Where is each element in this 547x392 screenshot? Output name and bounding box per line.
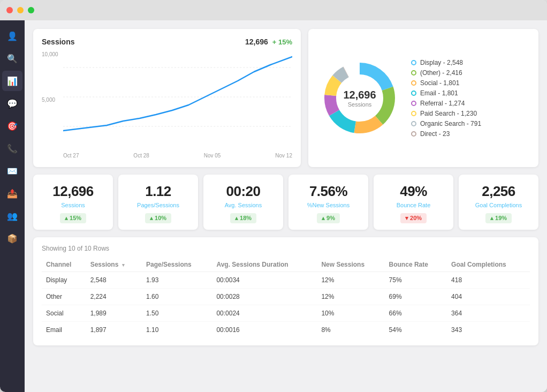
sidebar-item-chat[interactable]: 💬 (2, 93, 22, 114)
legend-label-paid-search: Paid Search - 1,230 (420, 110, 477, 117)
metric-avg-value: 00:20 (210, 183, 277, 200)
legend-paid-search: Paid Search - 1,230 (411, 110, 530, 117)
legend-dot-direct (411, 131, 416, 137)
sidebar-item-person[interactable]: 👥 (2, 206, 22, 226)
metric-bounce-rate: 49% Bounce Rate ▾ 20% (374, 175, 453, 230)
cell-bounce-rate: 69% (385, 289, 447, 305)
cell-new-sessions: 12% (317, 272, 384, 289)
sidebar-item-box[interactable]: 📦 (2, 228, 22, 248)
metric-sessions-value: 12,696 (40, 183, 107, 200)
metric-new-label: %New Sessions (295, 202, 362, 208)
cell-goal-completions: 404 (447, 289, 530, 305)
legend-dot-organic-search (411, 121, 416, 126)
titlebar (0, 0, 547, 20)
metric-goals: 2,256 Goal Completions ▴ 19% (459, 175, 538, 230)
legend-label-other: (Other) - 2,416 (420, 69, 462, 77)
metric-bounce-label: Bounce Rate (380, 202, 447, 208)
metric-sessions-badge: ▴ 15% (60, 213, 86, 223)
cell-bounce-rate: 75% (385, 272, 447, 289)
legend-label-organic-search: Organic Search - 791 (420, 120, 481, 127)
main-content: Sessions 12,696 + 15% 10,000 5,000 (25, 20, 547, 392)
app-window: 👤 🔍 📊 💬 🎯 📞 ✉️ 📤 👥 📦 Sessions 12,696 (0, 0, 547, 392)
x-label-2: Oct 28 (133, 153, 149, 159)
table-row: Display 2,548 1.93 00:0034 12% 75% 418 (42, 272, 530, 289)
metric-avg-sessions: 00:20 Avg. Sessions ▴ 18% (203, 175, 283, 230)
sessions-header: Sessions 12,696 + 15% (42, 37, 292, 46)
sidebar-item-user[interactable]: 👤 (2, 26, 22, 46)
metric-sessions-label: Sessions (40, 202, 107, 208)
table-row: Other 2,224 1.60 00:0028 12% 69% 404 (42, 289, 530, 305)
legend-direct: Direct - 23 (411, 130, 530, 138)
app-body: 👤 🔍 📊 💬 🎯 📞 ✉️ 📤 👥 📦 Sessions 12,696 (0, 20, 547, 392)
cell-channel: Social (42, 305, 86, 322)
cell-sessions: 2,548 (86, 272, 142, 289)
cell-bounce-rate: 66% (385, 305, 447, 322)
sidebar-item-target[interactable]: 🎯 (2, 116, 22, 136)
table-showing-text: Showing 10 of 10 Rows (42, 245, 530, 252)
legend-referral: Referral - 1,274 (411, 100, 530, 107)
metric-sessions: 12,696 Sessions ▴ 15% (33, 175, 113, 230)
col-avg-duration: Avg. Sessions Duration (212, 258, 317, 272)
metric-new-value: 7.56% (295, 183, 362, 200)
cell-channel: Email (42, 322, 86, 338)
legend-display: Display - 2,548 (411, 59, 530, 66)
legend-label-email: Email - 1,801 (420, 89, 458, 97)
legend-label-referral: Referral - 1,274 (420, 100, 465, 107)
y-label-mid: 5,000 (42, 97, 63, 103)
legend-dot-referral (411, 101, 416, 106)
col-bounce-rate: Bounce Rate (385, 258, 447, 272)
x-label-4: Nov 12 (275, 153, 292, 159)
cell-new-sessions: 12% (317, 289, 384, 305)
maximize-button[interactable] (28, 7, 34, 13)
metric-goals-label: Goal Completions (465, 202, 532, 208)
data-table: Channel Sessions ▾ Page/Sessions Avg. Se… (42, 258, 530, 338)
donut-chart: 12,696 Sessions (317, 55, 402, 141)
data-table-card: Showing 10 of 10 Rows Channel Sessions ▾… (33, 237, 538, 345)
x-label-1: Oct 27 (63, 153, 79, 159)
metric-new-sessions: 7.56% %New Sessions ▴ 9% (288, 175, 368, 230)
legend-dot-email (411, 91, 416, 96)
col-channel: Channel (42, 258, 86, 272)
sidebar-item-mail[interactable]: ✉️ (2, 161, 22, 181)
legend-label-display: Display - 2,548 (420, 59, 463, 66)
table-header-row: Channel Sessions ▾ Page/Sessions Avg. Se… (42, 258, 530, 272)
cell-goal-completions: 364 (447, 305, 530, 322)
cell-page-sessions: 1.10 (142, 322, 212, 338)
cell-channel: Display (42, 272, 86, 289)
legend-other: (Other) - 2,416 (411, 69, 530, 77)
sessions-value: 12,696 (245, 37, 268, 46)
col-new-sessions: New Sessions (317, 258, 384, 272)
legend-label-social: Social - 1,801 (420, 79, 459, 87)
legend-dot-display (411, 60, 416, 65)
sidebar-item-search[interactable]: 🔍 (2, 48, 22, 69)
col-goal-completions: Goal Completions (447, 258, 530, 272)
sidebar-item-phone[interactable]: 📞 (2, 138, 22, 159)
sidebar-item-send[interactable]: 📤 (2, 183, 22, 203)
sidebar-item-chart[interactable]: 📊 (2, 71, 22, 91)
legend-dot-other (411, 70, 416, 76)
legend-social: Social - 1,801 (411, 79, 530, 87)
cell-page-sessions: 1.60 (142, 289, 212, 305)
chart-area: 10,000 5,000 (42, 51, 292, 159)
metric-goals-value: 2,256 (465, 183, 532, 200)
legend-label-direct: Direct - 23 (420, 130, 450, 138)
cell-avg-duration: 00:0034 (212, 272, 317, 289)
cell-channel: Other (42, 289, 86, 305)
metric-pages-label: Pages/Sessions (125, 202, 192, 208)
close-button[interactable] (6, 7, 13, 13)
col-sessions[interactable]: Sessions ▾ (86, 258, 142, 272)
donut-center: 12,696 Sessions (343, 89, 376, 108)
cell-avg-duration: 00:0028 (212, 289, 317, 305)
table-row: Email 1,897 1.10 00:0016 8% 54% 343 (42, 322, 530, 338)
donut-chart-card: 12,696 Sessions Display - 2,548 (Other) … (308, 29, 538, 167)
metric-new-badge: ▴ 9% (317, 213, 340, 223)
cell-page-sessions: 1.50 (142, 305, 212, 322)
sessions-title: Sessions (42, 37, 74, 46)
metrics-row: 12,696 Sessions ▴ 15% 1.12 Pages/Session… (33, 175, 538, 230)
metric-pages-value: 1.12 (125, 183, 192, 200)
legend-organic-search: Organic Search - 791 (411, 120, 530, 127)
minimize-button[interactable] (17, 7, 24, 13)
sessions-change: + 15% (272, 38, 292, 46)
chart-y-labels: 10,000 5,000 (42, 51, 63, 142)
legend-dot-paid-search (411, 111, 416, 116)
